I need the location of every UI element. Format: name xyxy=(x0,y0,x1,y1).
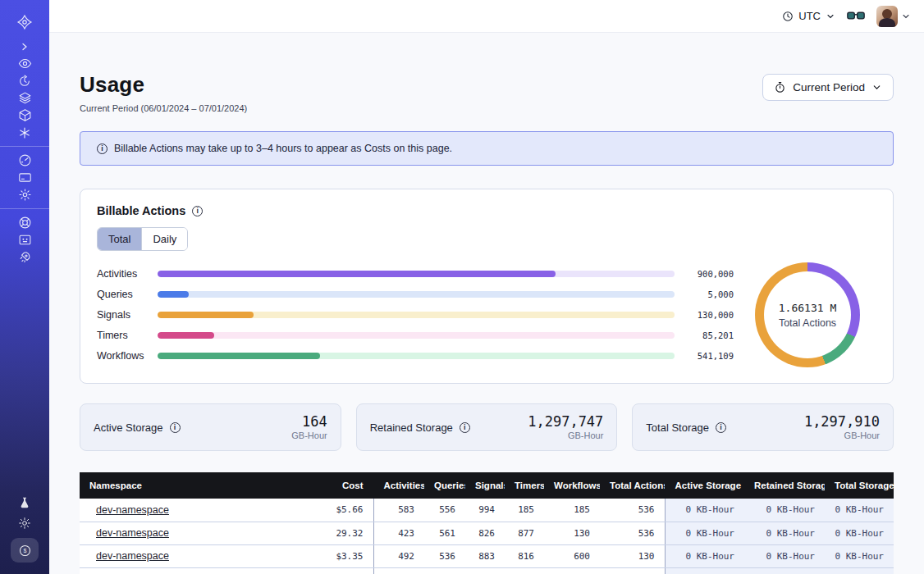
cell-total_actions xyxy=(600,567,665,574)
table-row xyxy=(80,567,894,574)
clock-icon xyxy=(782,11,794,22)
bar-value: 5,000 xyxy=(683,289,734,299)
cell-retained_storage: 0 KB-Hour xyxy=(744,544,825,567)
lifebuoy-icon[interactable] xyxy=(0,214,49,231)
bar-fill xyxy=(158,353,320,359)
rocket-icon[interactable] xyxy=(0,248,49,266)
storage-card: Active Storagei164GB-Hour xyxy=(80,403,341,451)
cell-activities xyxy=(373,567,424,574)
info-icon[interactable]: i xyxy=(170,422,181,433)
storage-card-unit: GB-Hour xyxy=(528,430,603,440)
sidebar-divider xyxy=(0,146,49,147)
info-icon[interactable]: i xyxy=(460,422,470,433)
cell-activities: 583 xyxy=(373,499,424,522)
cell-total_actions: 536 xyxy=(600,522,665,544)
table-row: dev-namespace29.324235618268771305360 KB… xyxy=(80,522,894,544)
billable-actions-card: Billable Actions i Total Daily Activitie… xyxy=(80,189,894,384)
cell-retained_storage xyxy=(744,567,825,574)
storage-card: Retained Storagei1,297,747GB-Hour xyxy=(356,403,618,451)
cell-namespace: dev-namespace xyxy=(80,544,301,567)
donut-total-label: Total Actions xyxy=(779,317,836,329)
cube-icon[interactable] xyxy=(0,107,49,124)
main-content: Usage Current Period (06/01/2024 – 07/01… xyxy=(49,33,924,574)
page-subtitle: Current Period (06/01/2024 – 07/01/2024) xyxy=(80,103,894,113)
storage-card: Total Storagei1,297,910GB-Hour xyxy=(632,403,894,451)
billable-actions-title: Billable Actions xyxy=(97,204,185,217)
cell-active_storage xyxy=(665,567,744,574)
cell-namespace xyxy=(80,567,301,574)
table-header-namespace: Namespace xyxy=(80,472,301,499)
cell-cost: $5.66 xyxy=(301,499,373,522)
gear-icon[interactable] xyxy=(0,186,49,203)
layers-icon[interactable] xyxy=(0,89,49,107)
gauge-icon[interactable] xyxy=(0,152,49,169)
bar-fill xyxy=(158,312,254,318)
chevron-down-icon xyxy=(871,82,882,93)
storage-cards: Active Storagei164GB-HourRetained Storag… xyxy=(80,403,894,451)
storage-card-unit: GB-Hour xyxy=(804,430,880,440)
cell-activities: 423 xyxy=(373,522,424,544)
tab-daily[interactable]: Daily xyxy=(141,228,187,250)
cell-timers xyxy=(505,567,544,574)
bar-track xyxy=(158,271,675,277)
bar-track xyxy=(158,353,675,359)
namespace-link[interactable]: dev-namespace xyxy=(96,527,169,539)
cell-cost: $3.35 xyxy=(301,544,373,567)
feedback-icon[interactable] xyxy=(0,231,49,248)
bar-value: 900,000 xyxy=(683,269,734,279)
cell-retained_storage: 0 KB-Hour xyxy=(744,522,825,544)
glasses-icon[interactable] xyxy=(847,10,865,22)
info-icon[interactable]: i xyxy=(716,422,726,433)
bar-fill xyxy=(158,291,189,298)
cell-signals: 826 xyxy=(465,522,505,544)
sun-icon[interactable] xyxy=(0,512,49,533)
cell-workflows: 600 xyxy=(544,544,600,567)
info-banner: i Billable Actions may take up to 3–4 ho… xyxy=(80,131,894,166)
table-header-activities: Activities xyxy=(373,472,424,499)
eye-icon[interactable] xyxy=(0,55,49,72)
bar-track xyxy=(158,332,675,339)
cell-workflows: 130 xyxy=(544,522,600,544)
coin-dollar-icon[interactable]: $ xyxy=(11,538,39,563)
cell-activities: 492 xyxy=(373,544,424,567)
namespace-link[interactable]: dev-namespace xyxy=(96,550,169,562)
period-button-label: Current Period xyxy=(793,81,865,93)
table-header-total_storage: Total Storage xyxy=(825,472,894,499)
temporal-logo-icon[interactable] xyxy=(0,10,49,34)
billable-bar-row: Timers85,201 xyxy=(97,326,734,346)
chevron-down-icon xyxy=(901,11,911,21)
tab-total[interactable]: Total xyxy=(98,228,141,250)
period-dropdown-button[interactable]: Current Period xyxy=(762,74,894,101)
table-header-timers: Timers xyxy=(505,472,544,499)
info-icon[interactable]: i xyxy=(192,206,203,216)
bar-label: Workflows xyxy=(97,350,149,362)
table-header-total_actions: Total Actions xyxy=(600,472,665,499)
namespace-link[interactable]: dev-namespace xyxy=(96,504,169,516)
storage-card-label: Total Storage xyxy=(646,421,709,434)
stopwatch-icon xyxy=(774,81,786,93)
user-menu[interactable] xyxy=(876,6,911,27)
avatar[interactable] xyxy=(876,6,898,27)
bar-value: 85,201 xyxy=(683,330,734,340)
flask-icon[interactable] xyxy=(0,492,49,512)
cell-retained_storage: 0 KB-Hour xyxy=(744,499,825,522)
chevron-right-icon[interactable] xyxy=(0,38,49,55)
cell-workflows xyxy=(544,567,600,574)
cell-active_storage: 0 KB-Hour xyxy=(665,522,744,544)
cell-cost: 29.32 xyxy=(301,522,373,544)
chevron-down-icon xyxy=(826,11,835,21)
bar-value: 130,000 xyxy=(683,310,734,320)
cell-total_storage: 0 KB-Hour xyxy=(825,522,894,544)
credit-card-icon[interactable] xyxy=(0,169,49,186)
table-row: dev-namespace$5.665835569941851855360 KB… xyxy=(80,499,894,522)
asterisk-icon[interactable] xyxy=(0,124,49,141)
bar-value: 541,109 xyxy=(683,351,734,361)
info-icon: i xyxy=(97,144,107,154)
billable-bar-row: Signals130,000 xyxy=(97,305,734,326)
bar-label: Queries xyxy=(97,289,149,300)
retry-clock-icon[interactable] xyxy=(0,72,49,89)
timezone-selector[interactable]: UTC xyxy=(782,10,835,22)
topbar: UTC xyxy=(49,0,924,33)
cell-timers: 185 xyxy=(505,499,544,522)
table-header-workflows: Workflows xyxy=(544,472,600,499)
